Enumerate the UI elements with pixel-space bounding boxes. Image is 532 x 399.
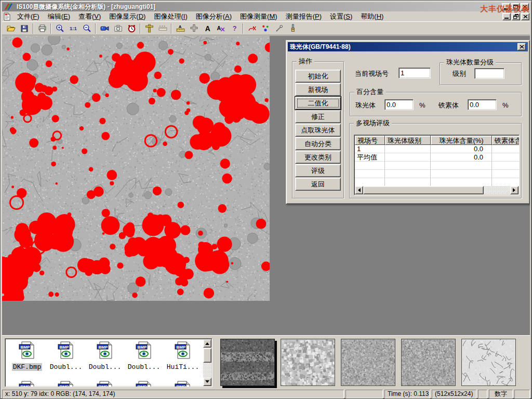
actual-size-icon[interactable]: 1:1 (66, 22, 80, 34)
svg-text:A: A (217, 25, 221, 31)
svg-text:A: A (178, 24, 181, 29)
file-name[interactable]: Doubl... (88, 363, 122, 371)
file-list-scrollbar[interactable] (203, 339, 211, 386)
menu-view[interactable]: 查看(V) (74, 11, 105, 22)
scroll-up-icon (205, 340, 209, 345)
child-close-button[interactable] (521, 13, 529, 20)
file-item-partial[interactable]: BMP (86, 380, 124, 387)
delete-annotation-icon[interactable]: A (214, 22, 228, 34)
camera-capture-icon[interactable] (111, 22, 125, 34)
correct-button[interactable]: 修正 (295, 110, 341, 123)
scroll-left-button[interactable] (355, 186, 363, 194)
dialog-close-button[interactable] (517, 43, 526, 50)
mdi-client-area: 珠光体(GB/T9441-88) 操作 初始化 新视场 二值化 修正 点取珠光体… (2, 36, 530, 335)
zoom-in-icon[interactable] (53, 22, 66, 34)
child-restore-button[interactable] (512, 13, 520, 20)
scrollbar-thumb[interactable] (363, 186, 484, 194)
level-input[interactable] (474, 68, 504, 79)
ruler-icon[interactable] (156, 22, 169, 34)
binarize-button[interactable]: 二值化 (295, 97, 341, 110)
table-row[interactable] (355, 178, 520, 187)
sample-thumbnail-1[interactable] (220, 339, 275, 386)
sample-thumbnail-4[interactable] (401, 339, 456, 386)
menu-image-processing[interactable]: 图像处理(I) (150, 11, 191, 22)
file-item[interactable]: BMP Doubl... (86, 341, 124, 371)
file-name[interactable]: DKF.bmp (12, 363, 43, 371)
measure-label-icon[interactable]: A (174, 22, 187, 34)
cell (385, 153, 431, 162)
file-name[interactable]: Doubl... (49, 363, 83, 371)
file-item-partial[interactable]: BMP (164, 380, 202, 387)
scroll-down-button[interactable] (203, 378, 211, 386)
close-button[interactable] (521, 3, 529, 10)
svg-text:BMP: BMP (60, 345, 69, 350)
change-class-button[interactable]: 更改类别 (295, 151, 341, 164)
return-button[interactable]: 返回 (295, 178, 341, 191)
menu-file[interactable]: 文件(F) (13, 11, 44, 22)
menu-image-display[interactable]: 图像显示(D) (105, 11, 150, 22)
help-icon[interactable]: ? (228, 22, 241, 34)
count-points-icon[interactable] (259, 22, 272, 34)
svg-text:BMP: BMP (177, 384, 186, 388)
sample-thumbnail-2[interactable] (281, 339, 335, 386)
pearlite-percent-input[interactable] (384, 99, 414, 110)
file-item[interactable]: BMP HuiTi... (164, 341, 202, 371)
scroll-up-button[interactable] (203, 339, 211, 348)
maximize-button[interactable] (511, 3, 520, 10)
menu-image-analysis[interactable]: 图像分析(A) (192, 11, 236, 22)
menu-measure-report[interactable]: 测量报告(P) (282, 11, 326, 22)
minimize-button[interactable] (502, 3, 510, 10)
pointer-pin-icon[interactable] (272, 22, 286, 34)
sample-thumbnail-3[interactable] (341, 339, 395, 386)
table-row[interactable] (355, 162, 520, 170)
file-item[interactable]: BMP DKF.bmp (8, 341, 46, 371)
dialog-title-bar[interactable]: 珠光体(GB/T9441-88) (288, 42, 528, 51)
table-horizontal-scrollbar[interactable] (355, 186, 518, 194)
document-icon[interactable] (3, 12, 11, 21)
pick-pearlite-button[interactable]: 点取珠光体 (295, 124, 341, 137)
table-row[interactable] (355, 170, 520, 178)
zoom-out-icon[interactable] (80, 22, 94, 34)
menu-help[interactable]: 帮助(H) (356, 11, 388, 22)
menu-edit[interactable]: 编辑(E) (44, 11, 74, 22)
svg-text:BMP: BMP (177, 345, 186, 350)
micrograph-image[interactable] (2, 36, 270, 301)
timer-icon[interactable] (125, 22, 138, 34)
file-item-partial[interactable]: BMP (8, 380, 46, 387)
col-pearlite-content[interactable]: 珠光体含量(%) (431, 136, 492, 145)
file-item-partial[interactable]: BMP (125, 380, 163, 387)
table-row[interactable]: 1 0.0 (355, 145, 520, 153)
caliper-icon[interactable] (142, 22, 156, 34)
file-name[interactable]: HuiTi... (166, 363, 200, 371)
image-size-status: (512x512x24) (432, 390, 476, 398)
table-row[interactable]: 平均值 0.0 (355, 153, 520, 162)
col-field-no[interactable]: 视场号 (355, 136, 385, 145)
file-item[interactable]: BMP Doubl... (125, 341, 163, 371)
col-pearlite-level[interactable]: 珠光体级别 (385, 136, 431, 145)
current-field-input[interactable] (398, 68, 431, 78)
auto-classify-button[interactable]: 自动分类 (295, 137, 341, 150)
ferrite-percent-input[interactable] (468, 99, 497, 110)
move-cross-icon[interactable] (187, 22, 201, 34)
menu-settings[interactable]: 设置(S) (326, 11, 356, 22)
sample-thumbnail-5[interactable] (461, 339, 516, 386)
cell: 平均值 (355, 153, 385, 162)
file-item-partial[interactable]: BMP (47, 380, 85, 387)
new-field-button[interactable]: 新视场 (295, 83, 341, 96)
init-button[interactable]: 初始化 (295, 70, 341, 83)
curve-tool-icon[interactable] (245, 22, 259, 34)
save-icon[interactable] (18, 22, 31, 34)
open-file-icon[interactable] (4, 22, 18, 34)
menu-image-measure[interactable]: 图像测量(M) (236, 11, 282, 22)
video-camera-icon[interactable] (98, 22, 111, 34)
col-ferrite-content[interactable]: 铁素体含量(%) (492, 136, 520, 145)
scroll-right-button[interactable] (510, 186, 518, 194)
child-minimize-button[interactable] (502, 13, 511, 20)
file-name[interactable]: Doubl... (127, 363, 161, 371)
grade-button[interactable]: 评级 (295, 164, 341, 177)
file-item[interactable]: BMP Doubl... (47, 341, 85, 371)
scrollbar-thumb[interactable] (203, 348, 211, 363)
print-icon[interactable] (35, 22, 49, 34)
paint-brush-icon[interactable] (286, 22, 299, 34)
text-annotation-icon[interactable]: A (201, 22, 214, 34)
